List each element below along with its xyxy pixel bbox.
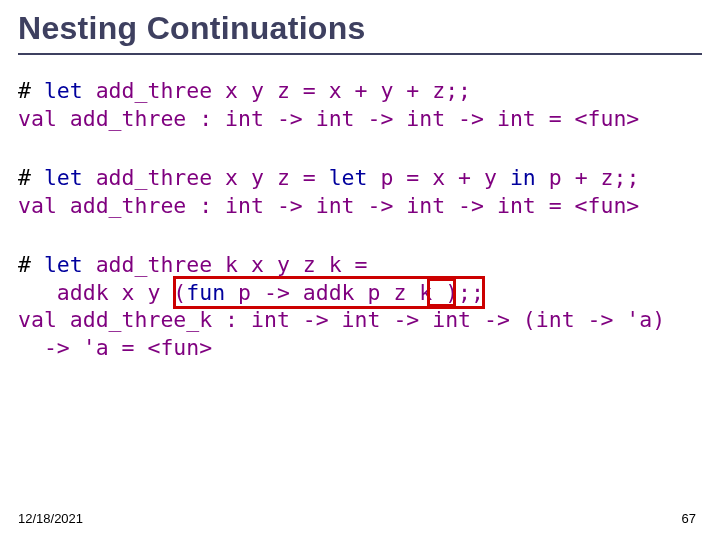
code-block-3: # let add_three_k x y z k = addk x y (fu…	[18, 251, 708, 444]
kw-let: let	[329, 165, 381, 190]
prompt: #	[18, 165, 44, 190]
footer-page: 67	[682, 511, 702, 526]
code-output: val add_three : int -> int -> int -> int…	[18, 193, 639, 218]
code-text: p + z;;	[549, 165, 640, 190]
code-text: add_three x y z = x + y + z;;	[96, 78, 471, 103]
prompt: #	[18, 78, 44, 103]
kw-let: let	[44, 165, 96, 190]
page-title: Nesting Continuations	[18, 6, 702, 55]
slide: Nesting Continuations # let add_three x …	[0, 0, 720, 540]
kw-in: in	[510, 165, 549, 190]
kw-let: let	[44, 78, 96, 103]
footer-date: 12/18/2021	[18, 511, 83, 526]
kw-let: let	[44, 252, 96, 277]
kw-fun: fun	[186, 280, 238, 305]
code-text: p -> addk p z k );;	[238, 280, 484, 305]
prompt: #	[18, 252, 44, 277]
code-block-1: # let add_three x y z = x + y + z;; val …	[18, 77, 708, 132]
code-output: -> 'a = <fun>	[18, 335, 212, 360]
code-block-2: # let add_three x y z = let p = x + y in…	[18, 164, 708, 219]
footer: 12/18/2021 67	[18, 511, 702, 526]
code-text: p = x + y	[380, 165, 509, 190]
code-text: add_three x y z =	[96, 165, 329, 190]
code-text: addk x y (	[18, 280, 186, 305]
code-text: add_three_k x y z k =	[96, 252, 368, 277]
code-output: val add_three_k : int -> int -> int -> (…	[18, 307, 665, 332]
code-output: val add_three : int -> int -> int -> int…	[18, 106, 639, 131]
